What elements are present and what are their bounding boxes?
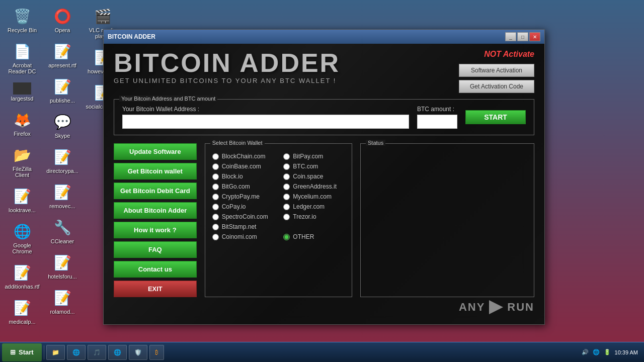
wallet-radio-cryptopay[interactable] bbox=[212, 194, 219, 200]
app-main: Your Bitcoin Address and BTC amount Your… bbox=[104, 99, 544, 302]
system-tray: 🔊 🌐 🔋 10:39 AM bbox=[576, 349, 644, 355]
taskbar-item-explorer[interactable]: 📁 bbox=[46, 345, 65, 360]
wallet-option-coinomi[interactable]: Coinomi.com bbox=[212, 233, 274, 240]
wallet-option-cryptopay[interactable]: CryptoPay.me bbox=[212, 193, 274, 200]
wallet-option-coinbase[interactable]: CoinBase.com bbox=[212, 163, 274, 170]
medicalp-icon: 📝 bbox=[12, 298, 32, 318]
wallet-radio-coinomi[interactable] bbox=[212, 234, 219, 240]
wallet-radio-other[interactable] bbox=[283, 234, 290, 240]
desktop-icon-skype[interactable]: 💬 Skype bbox=[44, 110, 80, 141]
wallet-option-mycelium[interactable]: Mycelium.com bbox=[283, 193, 345, 200]
window-title-text: BITCOIN ADDER bbox=[108, 33, 155, 40]
wallet-option-bitgo[interactable]: BitGo.com bbox=[212, 183, 274, 190]
wallet-radio-ledger[interactable] bbox=[283, 204, 290, 210]
about-bitcoin-adder-button[interactable]: About Bitcoin Adder bbox=[114, 202, 197, 219]
taskbar-item-chrome-taskbar[interactable]: 🌐 bbox=[108, 345, 127, 360]
wallet-section-label: Select Bitcoin Wallet bbox=[210, 140, 265, 146]
how-it-work-button[interactable]: How it work ? bbox=[114, 222, 197, 238]
wallet-option-copay[interactable]: CoPay.io bbox=[212, 203, 274, 210]
taskbar: ⊞ Start 📁 🌐 🎵 🌐 🛡️ ₿ 🔊 bbox=[0, 342, 644, 362]
update-software-button[interactable]: Update Software bbox=[114, 143, 197, 160]
wallet-radio-bitpay[interactable] bbox=[283, 153, 290, 160]
desktop-icon-largestsd[interactable]: largestsd bbox=[4, 80, 40, 104]
desktop-icon-firefox[interactable]: 🦊 Firefox bbox=[4, 108, 40, 139]
wallet-option-bitpay[interactable]: BitPay.com bbox=[283, 153, 345, 160]
btc-amount-input[interactable] bbox=[417, 115, 457, 129]
wallet-option-coinspace[interactable]: Coin.space bbox=[283, 173, 345, 180]
desktop-icon-chrome[interactable]: 🌐 Google Chrome bbox=[4, 219, 40, 256]
desktop-icon-recycle-bin[interactable]: 🗑️ Recycle Bin bbox=[4, 4, 40, 35]
faq-button[interactable]: FAQ bbox=[114, 241, 197, 258]
maximize-button[interactable]: □ bbox=[517, 32, 528, 41]
wallet-option-trezor[interactable]: Trezor.io bbox=[283, 213, 345, 220]
wallet-radio-greenaddress[interactable] bbox=[283, 184, 290, 190]
taskbar-item-ie[interactable]: 🌐 bbox=[67, 345, 86, 360]
tray-battery-icon[interactable]: 🔋 bbox=[604, 349, 611, 355]
hotelsforu-label: hotelsforu... bbox=[48, 274, 76, 280]
apresent-label: apresent.rtf bbox=[48, 62, 76, 68]
close-button[interactable]: ✕ bbox=[529, 32, 540, 41]
wallet-radio-mycelium[interactable] bbox=[283, 194, 290, 200]
wallet-option-blockchain[interactable]: BlockChain.com bbox=[212, 153, 274, 160]
desktop-icon-looktravel[interactable]: 📝 looktrave... bbox=[4, 184, 40, 215]
desktop-icon-acrobat[interactable]: 📄 Acrobat Reader DC bbox=[4, 39, 40, 76]
wallet-option-greenaddress[interactable]: GreenAddress.it bbox=[283, 183, 345, 190]
software-activation-button[interactable]: Software Activation bbox=[459, 64, 534, 77]
wallet-option-spectrocoin[interactable]: SpectroCoin.com bbox=[212, 213, 274, 220]
wallet-section: Select Bitcoin Wallet BlockChain.com Bit… bbox=[205, 143, 352, 297]
desktop-icon-ccleaner[interactable]: 🔧 CCleaner bbox=[44, 215, 80, 246]
directorypa-icon: 📝 bbox=[52, 147, 72, 167]
security-icon: 🛡️ bbox=[134, 349, 142, 356]
largestsd-label: largestsd bbox=[11, 96, 34, 102]
wallet-radio-blockio[interactable] bbox=[212, 173, 219, 180]
wallet-radio-bitstamp[interactable] bbox=[212, 224, 219, 230]
desktop-icon-opera[interactable]: ⭕ Opera bbox=[44, 4, 80, 35]
taskbar-item-security[interactable]: 🛡️ bbox=[129, 345, 147, 360]
wallet-radio-btccom[interactable] bbox=[283, 163, 290, 170]
desktop-icon-additionhas[interactable]: 📝 additionhas.rtf bbox=[4, 260, 40, 292]
wallet-radio-coinbase[interactable] bbox=[212, 163, 219, 170]
start-button[interactable]: START bbox=[465, 110, 526, 124]
desktop-icon-hotelsforu[interactable]: 📝 hotelsforu... bbox=[44, 250, 80, 282]
svg-marker-0 bbox=[489, 300, 503, 314]
desktop-icon-filezilla[interactable]: 📂 FileZilla Client bbox=[4, 143, 40, 180]
desktop-icon-apresent[interactable]: 📝 apresent.rtf bbox=[44, 39, 80, 70]
wallet-option-btccom[interactable]: BTC.com bbox=[283, 163, 345, 170]
wallet-option-blockio[interactable]: Block.io bbox=[212, 173, 274, 180]
looktravel-label: looktrave... bbox=[9, 207, 36, 213]
tray-network-icon[interactable]: 🌐 bbox=[593, 349, 600, 355]
desktop-icon-publishe[interactable]: 📝 publishe... bbox=[44, 74, 80, 106]
wallet-option-ledger[interactable]: Ledger.com bbox=[283, 203, 345, 210]
wallet-radio-spectrocoin[interactable] bbox=[212, 214, 219, 220]
wallet-address-input[interactable] bbox=[122, 115, 409, 129]
wallet-radio-blockchain[interactable] bbox=[212, 153, 219, 160]
wallet-radio-trezor[interactable] bbox=[283, 214, 290, 220]
minimize-button[interactable]: _ bbox=[505, 32, 516, 41]
directorypa-label: directorypa... bbox=[46, 168, 78, 174]
tray-time: 10:39 AM bbox=[615, 349, 638, 355]
desktop-icon-directorypa[interactable]: 📝 directorypa... bbox=[44, 145, 80, 176]
get-activation-code-button[interactable]: Get Activation Code bbox=[459, 80, 534, 93]
app-title: BITCOIN ADDER bbox=[114, 50, 340, 76]
wallet-radio-copay[interactable] bbox=[212, 204, 219, 210]
taskbar-item-winamp[interactable]: 🎵 bbox=[88, 345, 106, 360]
address-section: Your Bitcoin Address and BTC amount Your… bbox=[114, 99, 534, 135]
contact-us-button[interactable]: Contact us bbox=[114, 261, 197, 278]
hotelsforu-icon: 📝 bbox=[52, 252, 72, 273]
desktop-icon-rolamod[interactable]: 📝 rolamod... bbox=[44, 286, 80, 317]
tray-volume-icon[interactable]: 🔊 bbox=[582, 349, 589, 355]
acrobat-icon: 📄 bbox=[12, 41, 32, 61]
get-bitcoin-debit-card-button[interactable]: Get Bitcoin Debit Card bbox=[114, 183, 197, 199]
desktop-icon-medicalp[interactable]: 📝 medicalp... bbox=[4, 296, 40, 327]
app-subtitle: GET UNLIMITED BITCOINS TO YOUR ANY BTC W… bbox=[114, 77, 340, 84]
get-bitcoin-wallet-button[interactable]: Get Bitcoin wallet bbox=[114, 163, 197, 179]
explorer-icon: 📁 bbox=[52, 349, 59, 356]
start-button[interactable]: ⊞ Start bbox=[2, 343, 42, 361]
taskbar-item-bitcoin[interactable]: ₿ bbox=[149, 345, 164, 360]
wallet-radio-bitgo[interactable] bbox=[212, 184, 219, 190]
desktop-icon-removec[interactable]: 📝 removec... bbox=[44, 180, 80, 211]
wallet-radio-coinspace[interactable] bbox=[283, 173, 290, 180]
exit-button[interactable]: EXIT bbox=[114, 281, 197, 297]
wallet-option-other[interactable]: OTHER bbox=[283, 233, 345, 240]
wallet-option-bitstamp[interactable]: BitStamp.net bbox=[212, 223, 274, 230]
